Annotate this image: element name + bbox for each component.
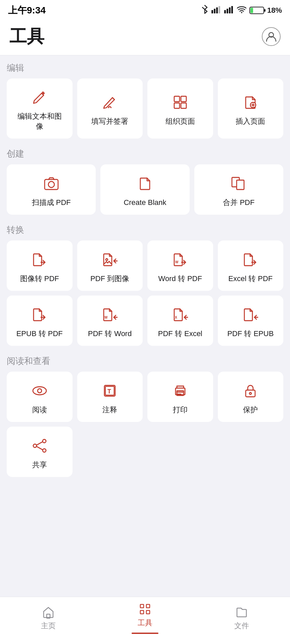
create-blank-label: Create Blank [124,198,166,208]
svg-rect-44 [146,610,150,614]
tool-excel-to-pdf[interactable]: Excel 转 PDF [218,240,284,291]
tool-pdf-to-excel[interactable]: X PDF 转 Excel [147,296,213,346]
svg-rect-42 [146,604,150,608]
tool-fill-sign[interactable]: 填写并签署 [77,78,143,139]
fill-sign-icon [100,93,119,112]
svg-point-35 [43,439,46,443]
section-edit-title: 编辑 [7,62,283,74]
lock-icon [241,381,260,400]
organize-pages-label: 组织页面 [165,116,195,126]
img-to-pdf-icon [30,250,49,269]
svg-rect-41 [140,604,144,608]
svg-text:X: X [175,316,177,319]
word-to-pdf-label: Word 转 PDF [158,274,202,284]
svg-rect-14 [181,96,186,102]
tool-epub-to-pdf[interactable]: EPUB 转 PDF [7,296,72,346]
svg-rect-13 [174,96,180,102]
tool-pdf-to-img[interactable]: PDF 到图像 [77,240,143,291]
edit-text-image-label: 编辑文本和图像 [17,111,62,131]
read-label: 阅读 [32,405,47,415]
page-title: 工具 [9,25,44,48]
header: 工具 [0,19,290,55]
tool-create-blank[interactable]: Create Blank [100,164,189,215]
svg-rect-43 [140,610,144,614]
svg-rect-4 [224,10,226,13]
status-bar: 上午9:34 [0,0,290,19]
bottom-nav: 主页 工具 文件 [0,597,290,644]
tool-insert-page[interactable]: 插入页面 [218,78,284,139]
svg-rect-33 [246,390,255,397]
svg-point-36 [43,449,46,452]
tool-print[interactable]: 打印 [147,372,213,422]
tool-organize-pages[interactable]: 组织页面 [147,78,213,139]
tool-share[interactable]: 共享 [7,427,72,477]
tool-protect[interactable]: 保护 [218,372,284,422]
print-icon [171,381,190,400]
epub-to-pdf-label: EPUB 转 PDF [16,329,63,339]
svg-rect-10 [250,8,253,13]
svg-rect-11 [264,9,265,12]
tool-edit-text-image[interactable]: 编辑文本和图像 [7,78,72,139]
svg-point-19 [48,181,54,187]
wifi-icon [237,5,247,15]
signal1-icon [211,5,221,15]
nav-home-label: 主页 [41,621,56,631]
status-icons: 18% [201,5,282,16]
svg-rect-18 [45,179,58,190]
edit-grid: 编辑文本和图像 填写并签署 [7,78,283,139]
user-avatar[interactable] [262,27,281,46]
insert-page-icon [241,93,260,112]
pdf-to-word-label: PDF 转 Word [88,329,132,339]
insert-page-label: 插入页面 [236,116,265,126]
merge-pdf-label: 合并 PDF [223,198,254,208]
tool-read[interactable]: 阅读 [7,372,72,422]
nav-tools[interactable]: 工具 [97,602,193,634]
nav-home[interactable]: 主页 [0,605,97,631]
bluetooth-icon [201,5,208,16]
svg-text:W: W [175,260,179,264]
section-convert-title: 转换 [7,224,283,236]
nav-tools-label: 工具 [138,618,152,628]
excel-to-pdf-icon [241,250,260,269]
svg-line-38 [37,442,43,445]
convert-grid: 图像转 PDF PDF 到图像 [7,240,283,346]
epub-to-pdf-icon [30,305,49,324]
print-label: 打印 [173,405,188,415]
tool-annotate[interactable]: T 注释 [77,372,143,422]
svg-point-37 [33,444,37,447]
svg-rect-6 [229,7,231,13]
svg-point-34 [249,392,251,394]
svg-rect-21 [237,180,244,190]
nav-files[interactable]: 文件 [193,605,290,631]
svg-rect-1 [214,9,215,13]
protect-label: 保护 [243,405,258,415]
section-read-view: 阅读和查看 阅读 T [7,355,283,477]
nav-files-label: 文件 [234,621,249,631]
blank-page-icon [136,174,154,193]
tool-pdf-to-epub[interactable]: PDF 转 EPUB [218,296,284,346]
merge-icon [229,174,248,193]
share-icon [30,436,49,455]
excel-to-pdf-label: Excel 转 PDF [228,274,273,284]
tool-pdf-to-word[interactable]: W PDF 转 Word [77,296,143,346]
pdf-to-epub-icon [241,305,260,324]
svg-rect-0 [211,10,213,13]
pdf-to-excel-label: PDF 转 Excel [158,329,202,339]
svg-text:W: W [104,316,108,319]
tool-word-to-pdf[interactable]: W Word 转 PDF [147,240,213,291]
tool-scan-pdf[interactable]: 扫描成 PDF [7,164,96,215]
annotate-icon: T [100,381,119,400]
signal2-icon [224,5,234,15]
word-to-pdf-icon: W [171,250,190,269]
read-view-grid-1: 阅读 T 注释 [7,372,283,422]
section-create: 创建 扫描成 PDF [7,148,283,215]
svg-line-39 [37,446,43,450]
svg-rect-16 [181,103,186,108]
pdf-to-epub-label: PDF 转 EPUB [227,329,274,339]
pdf-to-word-icon: W [100,305,119,324]
img-to-pdf-label: 图像转 PDF [20,274,59,284]
tool-img-to-pdf[interactable]: 图像转 PDF [7,240,72,291]
section-read-view-title: 阅读和查看 [7,355,283,367]
tool-merge-pdf[interactable]: 合并 PDF [194,164,283,215]
svg-rect-2 [216,7,218,13]
